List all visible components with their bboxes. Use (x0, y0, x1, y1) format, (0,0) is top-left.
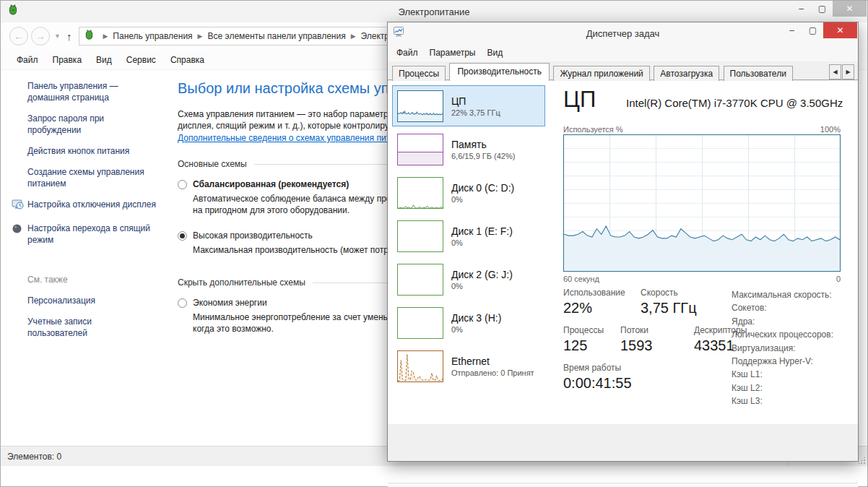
disk3-thumbnail-chart (397, 307, 443, 339)
graph-max-label: 100% (792, 125, 841, 134)
cpu-thumbnail-chart (397, 90, 443, 122)
menu-file[interactable]: Файл (391, 46, 424, 60)
power-sidebar: Панель управления — домашняя страница За… (1, 80, 174, 348)
disk2-thumbnail-chart (397, 264, 443, 296)
high-performance-radio[interactable] (178, 231, 187, 241)
maximize-button[interactable]: ▢ (802, 22, 823, 38)
task-manager-footer: Меньше Открыть монитор ресурсов (388, 483, 858, 487)
tab-processes[interactable]: Процессы (392, 66, 446, 82)
power-window-controls: – ▢ ✕ (791, 1, 867, 17)
tabstrip: Процессы Производительность Журнал прило… (388, 61, 858, 80)
disk1-thumbnail-chart (397, 220, 443, 252)
power-saver-radio[interactable] (178, 298, 187, 308)
breadcrumb-separator-icon: ▶ (103, 33, 108, 40)
cpu-info-labels: Максимальная скорость: Сокетов: Ядра: Ло… (732, 288, 833, 408)
stat-usage: Использование 22% (563, 288, 625, 316)
sidebar-item-personalization[interactable]: Персонализация (1, 295, 131, 306)
power-plug-icon (84, 30, 95, 43)
menu-view[interactable]: Вид (481, 46, 508, 60)
list-item-memory[interactable]: Память 6,6/15,9 ГБ (42%) (392, 129, 545, 170)
sidebar-item-user-accounts[interactable]: Учетные записи пользователей (1, 316, 131, 339)
see-also-header: См. также (1, 275, 174, 285)
disk0-thumbnail-chart (397, 177, 443, 209)
list-item-disk0[interactable]: Диск 0 (C: D:) 0% (392, 172, 545, 213)
graph-axis-label: Используется % (563, 125, 623, 134)
sidebar-item-home[interactable]: Панель управления — домашняя страница (1, 80, 174, 103)
list-item-ethernet[interactable]: Ethernet Отправлено: 0 Принят (392, 345, 545, 387)
list-item-disk1[interactable]: Диск 1 (E: F:) 0% (392, 215, 545, 257)
stat-speed: Скорость 3,75 ГГц (641, 288, 697, 316)
breadcrumb-separator-icon: ▶ (198, 33, 203, 40)
menu-tools[interactable]: Сервис (119, 52, 163, 68)
desktop: Электропитание – ▢ ✕ ← → ▼ ↑ ▶ Панель уп… (0, 0, 868, 487)
graph-zero-label: 0 (792, 275, 841, 283)
performance-page: ЦП 22% 3,75 ГГц Память 6,6/15,9 ГБ (42%) (388, 81, 858, 424)
power-titlebar[interactable]: Электропитание – ▢ ✕ (1, 1, 867, 22)
cpu-model: Intel(R) Core(TM) i7-3770K CPU @ 3.50GHz (626, 97, 841, 109)
display-clock-icon (12, 199, 27, 213)
menu-file[interactable]: Файл (9, 52, 45, 68)
tab-users[interactable]: Пользователи (724, 66, 793, 82)
forward-button[interactable]: → (31, 27, 50, 46)
menu-view[interactable]: Вид (89, 52, 119, 68)
menu-help[interactable]: Справка (163, 52, 212, 68)
menu-edit[interactable]: Правка (45, 52, 90, 68)
back-button[interactable]: ← (9, 27, 28, 46)
balanced-radio[interactable] (178, 180, 187, 189)
task-manager-window: Диспетчер задач – ▢ ✕ Файл Параметры Вид… (387, 22, 859, 462)
stat-processes: Процессы 125 (563, 325, 604, 354)
maximize-button[interactable]: ▢ (812, 1, 833, 17)
breadcrumb-item-control-panel[interactable]: Панель управления (113, 31, 192, 41)
sidebar-item-wake-password[interactable]: Запрос пароля при пробуждении (1, 113, 174, 136)
breadcrumb-item-all-items[interactable]: Все элементы панели управления (208, 31, 346, 41)
sidebar-item-sleep-settings[interactable]: Настройка перехода в спящий режим (1, 223, 174, 246)
tab-performance[interactable]: Производительность (449, 63, 549, 81)
up-button[interactable]: ↑ (66, 30, 72, 43)
tab-scroll-right-icon[interactable]: ▶ (842, 64, 854, 79)
menu-options[interactable]: Параметры (424, 46, 482, 60)
ethernet-thumbnail-chart (397, 350, 443, 382)
close-button[interactable]: ✕ (823, 22, 857, 38)
graph-time-label: 60 секунд (563, 275, 599, 283)
list-item-disk2[interactable]: Диск 2 (G: J:) 0% (392, 259, 545, 300)
sleep-moon-icon (12, 223, 27, 246)
cpu-heading: ЦП (563, 87, 596, 113)
sidebar-item-power-buttons[interactable]: Действия кнопок питания (1, 145, 174, 157)
tab-scroll-left-icon[interactable]: ◀ (829, 64, 841, 79)
task-manager-menubar: Файл Параметры Вид (388, 44, 858, 61)
breadcrumb-item-power[interactable]: Электр (361, 31, 389, 41)
memory-thumbnail-chart (397, 134, 443, 165)
minimize-button[interactable]: – (781, 22, 802, 38)
minimize-button[interactable]: – (791, 1, 812, 17)
sidebar-item-create-plan[interactable]: Создание схемы управления питанием (1, 166, 174, 189)
breadcrumb-separator-icon: ▶ (351, 33, 356, 40)
task-manager-titlebar[interactable]: Диспетчер задач – ▢ ✕ (388, 22, 858, 44)
list-item-disk3[interactable]: Диск 3 (H:) 0% (392, 302, 545, 343)
window-title: Электропитание (1, 7, 867, 17)
task-manager-window-controls: – ▢ ✕ (781, 22, 857, 38)
sidebar-item-display-off[interactable]: Настройка отключения дисплея (1, 199, 174, 213)
tab-startup[interactable]: Автозагрузка (654, 66, 719, 82)
stat-uptime: Время работы 0:00:41:55 (563, 363, 632, 392)
stat-threads: Потоки 1593 (620, 325, 653, 354)
list-item-cpu[interactable]: ЦП 22% 3,75 ГГц (392, 85, 545, 126)
tab-app-history[interactable]: Журнал приложений (553, 66, 649, 82)
cpu-usage-chart (563, 134, 841, 272)
close-button[interactable]: ✕ (833, 1, 867, 17)
history-dropdown-icon[interactable]: ▼ (54, 33, 61, 40)
tab-scroll-buttons: ◀ ▶ (828, 64, 854, 79)
